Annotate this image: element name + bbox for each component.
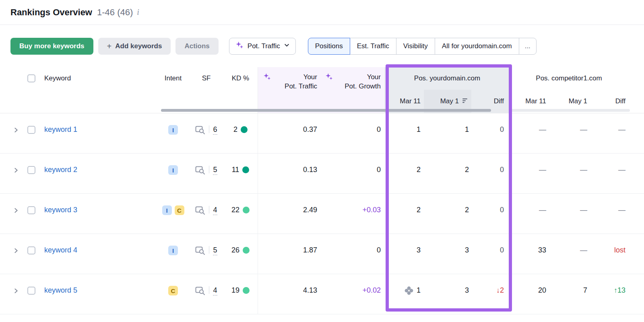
cell-yourdomain-may1: 1 <box>424 113 471 153</box>
cell-yourdomain-may1: 2 <box>424 194 471 234</box>
sf-count[interactable]: 4 <box>213 286 217 295</box>
cell-pot-traffic: 0.37 <box>258 113 320 153</box>
cell-competitor-diff: lost <box>589 234 644 274</box>
pot-growth-label-line1: Your <box>367 72 381 82</box>
cell-competitor-may1: — <box>547 194 589 234</box>
column-header-sf[interactable]: SF <box>189 67 223 90</box>
row-checkbox[interactable] <box>27 126 35 134</box>
pot-traffic-label-line2: Pot. Traffic <box>285 82 317 91</box>
keyword-link[interactable]: keyword 5 <box>44 286 77 295</box>
page-header: Rankings Overview 1-46 (46) i <box>0 0 644 25</box>
row-checkbox[interactable] <box>27 287 35 295</box>
cell-competitor-mar11: — <box>510 113 547 153</box>
tab-visibility[interactable]: Visibility <box>396 38 435 55</box>
cell-pot-growth: 0 <box>320 154 384 193</box>
cell-competitor-diff: — <box>589 194 644 234</box>
kd-level-dot <box>242 166 249 173</box>
actions-button[interactable]: Actions <box>175 38 218 55</box>
cell-pot-growth: 0 <box>320 234 384 274</box>
serp-features-icon[interactable] <box>195 246 205 255</box>
kd-value: 26 <box>231 246 239 254</box>
cell-yourdomain-mar11: 2 <box>384 154 424 193</box>
divider <box>209 206 209 213</box>
buy-more-keywords-button[interactable]: Buy more keywords <box>10 38 93 55</box>
plus-icon: + <box>107 42 112 50</box>
cell-yourdomain-may1: 3 <box>424 234 471 274</box>
tab-all-for-yourdomain[interactable]: All for yourdomain.com <box>435 38 519 55</box>
serp-features-icon[interactable] <box>195 287 205 295</box>
keyword-link[interactable]: keyword 1 <box>44 125 77 134</box>
add-keywords-label: Add keywords <box>115 42 162 50</box>
table-row: keyword 5 C 4 19 4.13 +0.02 1 3 ↓2 20 7 … <box>0 274 644 314</box>
cell-yourdomain-diff: 0 <box>471 113 510 153</box>
cell-competitor-may1: — <box>547 113 589 153</box>
cell-yourdomain-mar11: 1 <box>384 274 424 314</box>
keyword-link[interactable]: keyword 4 <box>44 246 77 254</box>
cell-competitor-may1: — <box>547 234 589 274</box>
cell-pot-traffic: 0.13 <box>258 154 320 193</box>
rankings-overview-page: Rankings Overview 1-46 (46) i Buy more k… <box>0 0 644 322</box>
column-header-pot-growth[interactable]: Your Pot. Growth <box>320 67 384 113</box>
table-row: keyword 4 I 5 26 1.87 0 3 3 0 33 — lost <box>0 234 644 274</box>
results-count: 1-46 (46) <box>97 7 133 18</box>
cell-yourdomain-may1: 3 <box>424 274 471 314</box>
column-header-pot-traffic[interactable]: Your Pot. Traffic <box>258 67 320 113</box>
horizontal-scrollbar[interactable] <box>161 109 630 112</box>
cell-yourdomain-mar11: 2 <box>384 194 424 234</box>
keyword-link[interactable]: keyword 2 <box>44 166 77 174</box>
divider <box>209 125 209 133</box>
select-all-checkbox[interactable] <box>27 74 35 82</box>
tab-more-options[interactable]: ... <box>519 38 537 55</box>
tab-positions[interactable]: Positions <box>308 38 350 55</box>
kd-value: 19 <box>231 286 239 295</box>
divider <box>209 246 209 254</box>
sf-count[interactable]: 6 <box>213 125 217 135</box>
intent-badge-informational: I <box>168 165 178 175</box>
info-icon[interactable]: i <box>137 8 139 17</box>
ai-sparkle-icon <box>235 41 244 51</box>
column-header-kd[interactable]: KD % <box>223 67 258 90</box>
sf-count[interactable]: 5 <box>213 246 217 255</box>
serp-features-icon[interactable] <box>195 166 205 174</box>
column-header-intent[interactable]: Intent <box>157 67 189 90</box>
expand-row-icon[interactable] <box>13 167 19 173</box>
row-checkbox[interactable] <box>27 166 35 174</box>
cell-yourdomain-diff: 0 <box>471 234 510 274</box>
serp-feature-position-icon[interactable] <box>405 286 413 295</box>
cell-yourdomain-may1: 2 <box>424 154 471 193</box>
divider <box>209 166 209 173</box>
metric-dropdown[interactable]: Pot. Traffic <box>229 38 296 55</box>
scrollbar-thumb[interactable] <box>161 109 491 112</box>
table-row: keyword 2 I 5 11 0.13 0 2 2 0 — — — <box>0 154 644 194</box>
cell-competitor-mar11: — <box>510 194 547 234</box>
cell-competitor-mar11: 33 <box>510 234 547 274</box>
expand-row-icon[interactable] <box>13 207 19 213</box>
cell-yourdomain-diff: 0 <box>471 154 510 193</box>
tab-est-traffic[interactable]: Est. Traffic <box>350 38 396 55</box>
keyword-link[interactable]: keyword 3 <box>44 206 77 214</box>
kd-value: 22 <box>231 206 239 214</box>
kd-value: 2 <box>233 125 237 134</box>
serp-features-icon[interactable] <box>195 126 205 134</box>
sf-count[interactable]: 5 <box>213 166 217 175</box>
cell-pot-growth: +0.02 <box>320 274 384 314</box>
row-checkbox[interactable] <box>27 206 35 214</box>
table-row: keyword 3 I C 4 22 2.49 +0.03 2 2 0 — — … <box>0 194 644 234</box>
add-keywords-button[interactable]: + Add keywords <box>98 38 171 55</box>
serp-features-icon[interactable] <box>195 206 205 215</box>
column-group-yourdomain: Pos. yourdomain.com <box>384 67 510 90</box>
expand-row-icon[interactable] <box>13 248 19 254</box>
cell-competitor-diff: — <box>589 154 644 193</box>
table-header: Keyword Intent SF KD % Your Pot. Traffic <box>0 67 644 113</box>
expand-row-icon[interactable] <box>13 288 19 294</box>
intent-badge-informational: I <box>162 205 172 215</box>
cell-competitor-may1: — <box>547 154 589 193</box>
metric-dropdown-label: Pot. Traffic <box>248 42 280 50</box>
cell-competitor-mar11: 20 <box>510 274 547 314</box>
row-checkbox[interactable] <box>27 246 35 254</box>
expand-row-icon[interactable] <box>13 127 19 133</box>
column-header-keyword[interactable]: Keyword <box>39 67 157 90</box>
cell-pot-growth: +0.03 <box>320 194 384 234</box>
view-tabs: Positions Est. Traffic Visibility All fo… <box>308 38 537 55</box>
sf-count[interactable]: 4 <box>213 206 217 215</box>
